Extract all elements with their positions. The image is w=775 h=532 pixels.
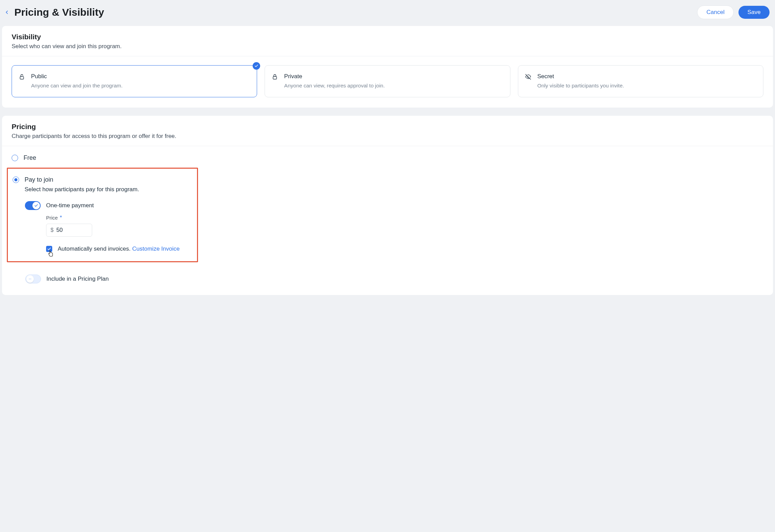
- price-label-text: Price: [46, 215, 58, 221]
- svg-rect-0: [20, 76, 24, 79]
- pricing-plan-row: Include in a Pricing Plan: [25, 275, 763, 283]
- required-star-icon: *: [60, 215, 62, 221]
- visibility-header: Visibility Select who can view and join …: [2, 26, 773, 56]
- pricing-option-free[interactable]: Free: [12, 154, 763, 162]
- unlock-icon: [19, 74, 25, 80]
- radio-free-label: Free: [24, 154, 36, 162]
- page-header: Pricing & Visibility Cancel Save: [2, 2, 773, 26]
- radio-pay[interactable]: [13, 177, 19, 183]
- visibility-option-text: Secret Only visible to participants you …: [537, 73, 756, 89]
- visibility-option-desc: Anyone can view, requires approval to jo…: [284, 82, 502, 89]
- auto-invoice-text: Automatically send invoices. Customize I…: [58, 246, 180, 252]
- lock-icon: [272, 74, 278, 80]
- visibility-option-title: Private: [284, 73, 502, 80]
- visibility-option-desc: Anyone can view and join the program.: [31, 82, 249, 89]
- visibility-option-public[interactable]: Public Anyone can view and join the prog…: [12, 65, 257, 97]
- visibility-option-desc: Only visible to participants you invite.: [537, 82, 756, 89]
- price-input[interactable]: [56, 227, 88, 234]
- pricing-card: Pricing Charge participants for access t…: [2, 116, 773, 295]
- visibility-option-title: Public: [31, 73, 249, 80]
- visibility-options: Public Anyone can view and join the prog…: [2, 56, 773, 108]
- one-time-payment-label: One-time payment: [46, 202, 94, 209]
- invoice-row: Automatically send invoices. Customize I…: [46, 246, 191, 252]
- visibility-option-title: Secret: [537, 73, 756, 80]
- visibility-card: Visibility Select who can view and join …: [2, 26, 773, 108]
- currency-symbol: $: [51, 227, 54, 233]
- pricing-plan-label: Include in a Pricing Plan: [46, 276, 109, 282]
- pricing-header: Pricing Charge participants for access t…: [2, 116, 773, 146]
- radio-pay-label: Pay to join: [25, 176, 53, 183]
- visibility-option-text: Public Anyone can view and join the prog…: [31, 73, 249, 89]
- one-time-payment-row: One-time payment: [25, 201, 191, 210]
- cancel-button[interactable]: Cancel: [697, 5, 734, 19]
- one-time-payment-toggle[interactable]: [25, 201, 41, 210]
- visibility-title: Visibility: [12, 33, 763, 41]
- selected-check-icon: [253, 62, 260, 70]
- pricing-title: Pricing: [12, 123, 763, 131]
- pricing-body: Free Pay to join Select how participants…: [2, 146, 773, 295]
- visibility-option-secret[interactable]: Secret Only visible to participants you …: [518, 65, 763, 97]
- radio-free[interactable]: [12, 155, 18, 161]
- page-title: Pricing & Visibility: [14, 6, 697, 18]
- customize-invoice-link[interactable]: Customize Invoice: [132, 246, 180, 252]
- price-label: Price *: [46, 215, 191, 221]
- price-input-wrap[interactable]: $: [46, 224, 92, 237]
- pricing-plan-toggle[interactable]: [25, 275, 41, 283]
- auto-invoice-checkbox[interactable]: [46, 246, 52, 252]
- svg-rect-1: [273, 76, 277, 79]
- chevron-left-icon[interactable]: [4, 10, 10, 15]
- visibility-subtitle: Select who can view and join this progra…: [12, 43, 763, 50]
- save-button[interactable]: Save: [738, 6, 770, 19]
- pricing-option-pay[interactable]: Pay to join: [13, 176, 191, 183]
- pay-to-join-highlight: Pay to join Select how participants pay …: [7, 168, 198, 262]
- pay-subtitle: Select how participants pay for this pro…: [25, 186, 191, 193]
- visibility-option-private[interactable]: Private Anyone can view, requires approv…: [265, 65, 510, 97]
- price-block: Price * $: [46, 215, 191, 237]
- pricing-subtitle: Charge participants for access to this p…: [12, 133, 763, 140]
- auto-invoice-label: Automatically send invoices.: [58, 246, 132, 252]
- visibility-option-text: Private Anyone can view, requires approv…: [284, 73, 502, 89]
- eye-off-icon: [525, 74, 531, 80]
